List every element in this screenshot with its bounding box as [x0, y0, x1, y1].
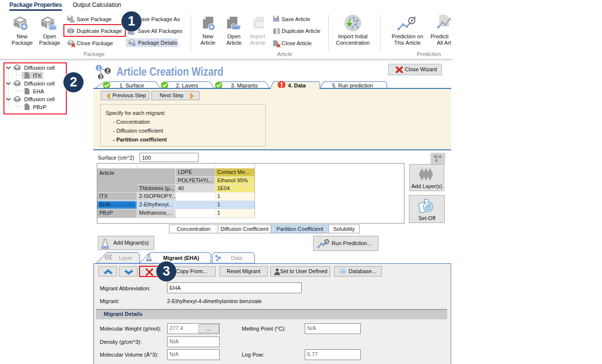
- svg-text:2. Layers: 2. Layers: [176, 83, 199, 88]
- svg-text:Data: Data: [231, 255, 243, 261]
- svg-text:PBzP: PBzP: [33, 104, 47, 110]
- svg-text:4. Data: 4. Data: [288, 83, 306, 88]
- svg-text:Layer: Layer: [119, 255, 133, 261]
- svg-text:Migrant (EHA): Migrant (EHA): [163, 255, 200, 261]
- svg-text:3. Migrants: 3. Migrants: [231, 83, 258, 88]
- svg-text:i: i: [134, 43, 134, 46]
- svg-text:CSV: CSV: [257, 23, 263, 26]
- svg-text:1: 1: [97, 65, 100, 71]
- svg-text:?: ?: [410, 19, 413, 24]
- svg-text:?: ?: [326, 240, 328, 244]
- svg-text:EHA: EHA: [33, 88, 44, 94]
- svg-text:2: 2: [106, 68, 109, 74]
- svg-text:Diffusion cell: Diffusion cell: [24, 96, 55, 102]
- svg-text:ITX: ITX: [33, 73, 42, 79]
- svg-text:1. Surface: 1. Surface: [119, 83, 144, 88]
- svg-text:Diffusion cell: Diffusion cell: [24, 65, 55, 71]
- svg-text:Diffusion cell: Diffusion cell: [24, 81, 55, 86]
- svg-text:5. Run prediction: 5. Run prediction: [332, 83, 373, 88]
